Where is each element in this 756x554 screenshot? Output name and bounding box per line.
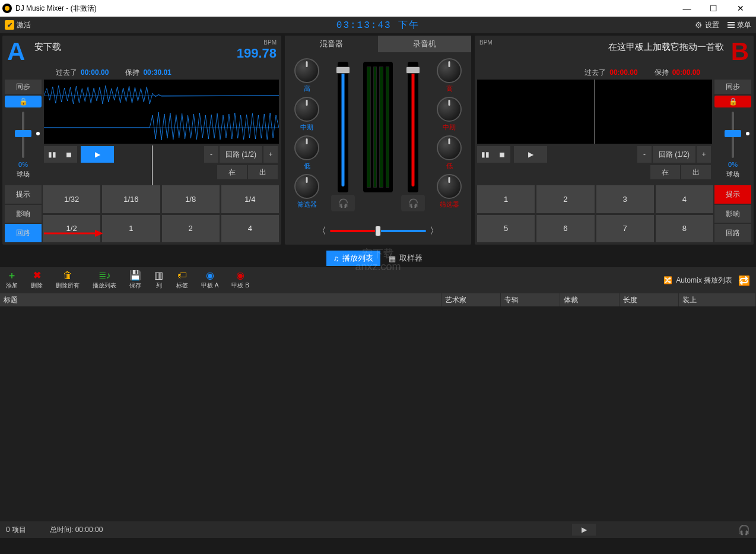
deck-b-loop-label[interactable]: 回路 (1/2) [653,146,695,163]
deck-b-elapsed-label: 过去了 [585,68,606,77]
settings-button[interactable]: 设置 [695,20,719,30]
eq-low-b-knob[interactable] [437,135,462,160]
load-deck-b-button[interactable]: ◉甲板 B [231,271,249,290]
deck-b-pause-stop[interactable]: ▮▮◼ [477,146,510,163]
status-headphone-button[interactable] [738,524,750,536]
deck-b-pad-6[interactable]: 6 [536,215,594,243]
deck-b-pad-3[interactable]: 3 [596,185,654,213]
deck-b-pad-5[interactable]: 5 [477,215,535,243]
deck-b-remain: 00:00.00 [672,68,700,77]
deck-a-letter: A [7,39,25,65]
add-button[interactable]: ＋添加 [6,271,18,290]
mixer-tab[interactable]: 混音器 [285,36,378,52]
columns-button[interactable]: ▥列 [154,271,163,290]
eq-mid-a-knob[interactable] [294,97,319,122]
deck-a-tempo-slider[interactable] [5,112,42,158]
deck-b-side-loop[interactable]: 回路 [714,224,751,242]
automix-button[interactable]: Automix 播放列表 [663,276,732,286]
deck-a-side-loop[interactable]: 回路 [5,224,42,242]
close-button[interactable]: ✕ [727,0,754,17]
sampler-tab[interactable]: ▦取样器 [382,251,430,266]
eq-high-a-knob[interactable] [294,58,319,83]
deck-b-pad-4[interactable]: 4 [656,185,713,213]
col-load[interactable]: 装上 [679,293,756,306]
volume-fader-a[interactable] [338,62,348,192]
filter-a-knob[interactable] [294,174,319,199]
minimize-button[interactable]: — [674,0,700,17]
recorder-tab[interactable]: 录音机 [378,36,471,52]
deck-b-loop-minus[interactable]: - [637,146,652,163]
deck-a-pause-stop[interactable]: ▮▮◼ [44,146,77,163]
crossfader[interactable]: 〈 〉 [317,222,439,240]
deck-b-lock-button[interactable]: 🔒 [714,96,751,107]
deck-a-play-button[interactable]: ▶ [81,146,114,163]
deck-a-pad-4[interactable]: 1/4 [221,185,279,213]
deck-a-pad-6[interactable]: 1 [102,215,160,243]
deck-b-loop-plus[interactable]: + [697,146,711,163]
save-button[interactable]: 💾保存 [129,271,141,290]
col-album[interactable]: 专辑 [501,293,560,306]
deck-a-loop-plus[interactable]: + [263,146,278,163]
status-play-button[interactable]: ▶ [572,524,596,536]
view-subtabs: ♫播放列表 ▦取样器 [0,249,756,267]
x-icon: ✖ [33,271,41,280]
col-title[interactable]: 标题 [0,293,441,306]
deck-a-pad-7[interactable]: 2 [162,215,220,243]
eq-low-a-knob[interactable] [294,135,319,160]
col-length[interactable]: 长度 [620,293,679,306]
deck-a-pad-2[interactable]: 1/16 [102,185,160,213]
deck-a-elapsed: 00:00.00 [81,68,109,77]
deck-a-pad-8[interactable]: 4 [221,215,279,243]
deck-b-label: 甲板 B [231,281,249,290]
deck-b-side-effect[interactable]: 影响 [714,205,751,223]
deck-b-play-button[interactable]: ▶ [514,146,547,163]
deck-b-sync-button[interactable]: 同步 [714,80,751,94]
deck-b-play-cursor[interactable] [595,80,595,144]
tag-label: 标签 [176,281,188,290]
deck-a-side-hint[interactable]: 提示 [5,185,42,204]
load-deck-a-button[interactable]: ◉甲板 A [201,271,218,290]
menu-button[interactable]: 菜单 [728,20,751,30]
deck-a-pad-1[interactable]: 1/32 [43,185,100,213]
deck-b-tempo-slider[interactable] [714,112,751,158]
deck-a-loop-in[interactable]: 在 [217,165,247,179]
deck-b-pad-7[interactable]: 7 [596,215,654,243]
playlist-button[interactable]: ≣♪播放列表 [93,271,116,290]
deck-b-icon: ◉ [236,271,244,280]
tag-button[interactable]: 🏷标签 [176,271,188,290]
playlist-body[interactable] [0,306,756,521]
deck-b: BPM 在这甲板上加载它拖动一首歌 B 过去了00:00.00 保持00:00.… [475,36,754,245]
playlist-tab[interactable]: ♫播放列表 [326,251,381,266]
deck-b-side-hint[interactable]: 提示 [714,185,751,204]
cue-headphone-a[interactable] [331,195,355,211]
col-artist[interactable]: 艺术家 [441,293,501,306]
deck-b-pad-1[interactable]: 1 [477,185,535,213]
deck-a-waveform[interactable] [44,80,279,144]
delete-all-button[interactable]: 🗑删除所有 [56,271,80,290]
deck-a-pad-5[interactable]: 1/2 [43,215,100,243]
eq-mid-b-knob[interactable] [437,97,462,122]
volume-fader-b[interactable] [408,62,418,192]
deck-b-loop-out[interactable]: 出 [681,165,711,179]
deck-a-loop-label[interactable]: 回路 (1/2) [220,146,262,163]
deck-a-lock-button[interactable]: 🔒 [5,96,42,107]
activate-button[interactable]: ✔ 激活 [5,20,31,30]
deck-b-pad-8[interactable]: 8 [656,215,713,243]
deck-a-side-effect[interactable]: 影响 [5,205,42,223]
eq-high-b-knob[interactable] [437,58,462,83]
playlist-tab-label: 播放列表 [342,253,373,264]
filter-b-knob[interactable] [437,174,462,199]
col-genre[interactable]: 体裁 [560,293,620,306]
deck-a-loop-out[interactable]: 出 [248,165,278,179]
deck-a-sync-button[interactable]: 同步 [5,80,42,94]
deck-b-loop-in[interactable]: 在 [650,165,680,179]
deck-a-pad-3[interactable]: 1/8 [162,185,220,213]
deck-b-pad-2[interactable]: 2 [536,185,594,213]
delete-button[interactable]: ✖删除 [31,271,43,290]
deck-b-waveform[interactable] [477,80,712,144]
stop-icon: ◼ [494,150,510,159]
maximize-button[interactable]: ☐ [700,0,727,17]
cue-headphone-b[interactable] [401,195,425,211]
repeat-button[interactable] [738,275,750,286]
deck-a-loop-minus[interactable]: - [204,146,218,163]
